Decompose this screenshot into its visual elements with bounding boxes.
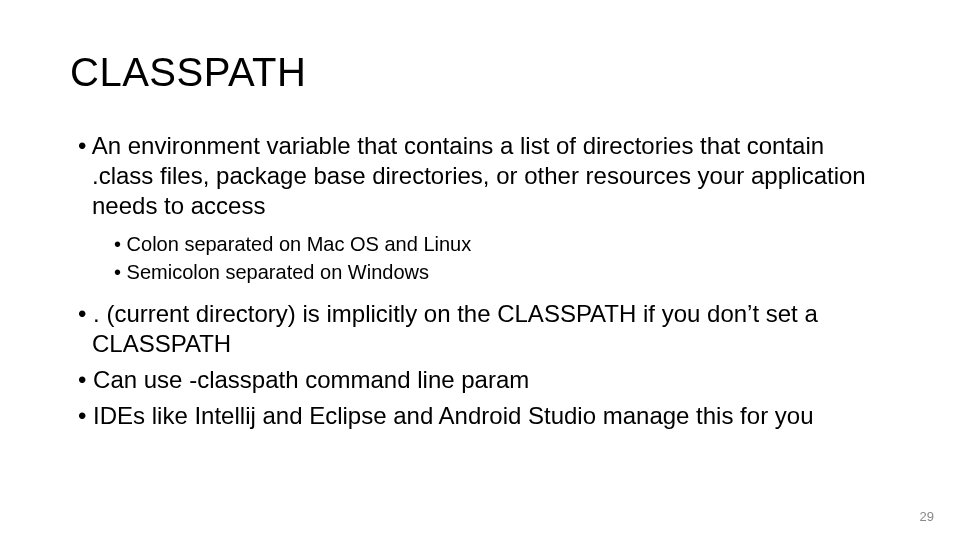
bullet-list: . (current directory) is implicitly on t… [70, 299, 890, 431]
list-item: . (current directory) is implicitly on t… [70, 299, 890, 359]
bullet-sublist: Colon separated on Mac OS and Linux Semi… [70, 231, 890, 285]
page-number: 29 [920, 509, 934, 524]
list-item: IDEs like Intellij and Eclipse and Andro… [70, 401, 890, 431]
page-title: CLASSPATH [70, 50, 890, 95]
slide: CLASSPATH An environment variable that c… [0, 0, 960, 540]
list-item: Semicolon separated on Windows [70, 259, 890, 285]
list-item: An environment variable that contains a … [70, 131, 890, 221]
list-item: Colon separated on Mac OS and Linux [70, 231, 890, 257]
bullet-list: An environment variable that contains a … [70, 131, 890, 221]
list-item: Can use -classpath command line param [70, 365, 890, 395]
